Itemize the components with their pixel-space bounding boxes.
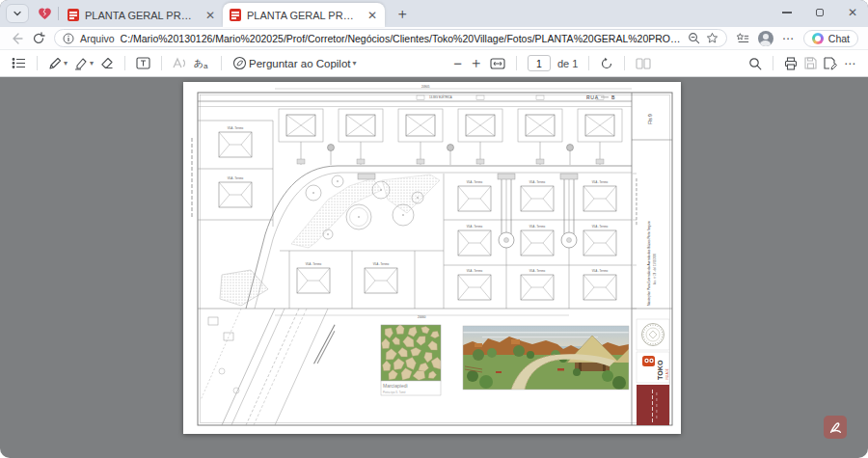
save-button[interactable] [804,54,817,73]
copilot-icon [812,33,824,44]
pdf-file-icon [230,9,241,21]
window-controls: ✕ [781,3,858,22]
rotate-button[interactable] [600,54,613,73]
acrobat-open-button[interactable] [824,416,847,439]
svg-text:VILA - Terreno: VILA - Terreno [467,225,483,229]
new-tab-button[interactable]: ＋ [391,2,414,25]
chevron-down-icon[interactable]: ▾ [90,59,94,67]
acrobat-icon [827,419,843,435]
page-number-input[interactable] [528,55,551,71]
logo-name: TOKO [656,360,665,380]
tab-1[interactable]: PLANTA GERAL PROJETO.pdf ✕ [61,3,223,27]
pdf-content-area[interactable]: 20905 13.8KV ELÉTRICA RUA B VILA - Terre… [0,77,868,458]
dim-bottom: 20060 [418,315,426,319]
svg-text:VILA - Terreno: VILA - Terreno [467,269,483,273]
address-bar: Arquivo C:/Mario%20130126/Mario%202025/P… [0,27,868,50]
tab-search-button[interactable] [6,4,29,23]
page-view-button[interactable] [636,54,651,73]
profile-avatar[interactable] [758,31,773,46]
search-document-button[interactable] [748,54,762,73]
tab-title: PLANTA GERAL PROJETO.pdf [85,10,199,21]
info-icon[interactable] [63,33,74,44]
svg-text:VILA - Terreno: VILA - Terreno [592,180,609,184]
margin-text-2: Acc. nº 28 - del 11/11/2009 [653,254,657,284]
svg-text:VILA - Terreno: VILA - Terreno [228,176,244,180]
render-photo [463,326,629,390]
copilot-chat-button[interactable]: Chat [803,30,858,47]
pdf-toolbar: ▾ ▾ あa Perguntar ao Copilot ▾ − ＋ [0,50,868,77]
tab-close-icon[interactable]: ✕ [366,9,378,22]
tab-strip: PLANTA GERAL PROJETO.pdf ✕ PLANTA GERAL … [0,0,868,27]
svg-text:VILA - Terreno: VILA - Terreno [592,225,609,229]
street-name: RUA [586,94,599,100]
print-button[interactable] [784,54,798,73]
url-field[interactable]: Arquivo C:/Mario%20130126/Mario%202025/P… [54,29,727,47]
site-plan-drawing: 20905 13.8KV ELÉTRICA RUA B VILA - Terre… [183,82,681,434]
chevron-down-icon[interactable]: ▾ [64,59,68,67]
back-icon[interactable] [10,32,23,45]
tab-divider [58,7,59,20]
add-text-button[interactable] [136,54,150,73]
save-as-button[interactable] [824,54,837,73]
title-strip: Fls 9 Masterplan Para Extensão da Avenid… [647,114,657,306]
translate-button[interactable]: あa [194,54,210,73]
red-title-bar [637,385,669,425]
favorites-list-icon[interactable] [736,32,749,45]
table-of-contents-button[interactable] [12,54,26,73]
fit-to-width-button[interactable] [490,54,505,73]
stone-caption-title: Marciapiedi [383,383,408,389]
dim-top: 20905 [421,85,430,89]
chevron-down-icon[interactable]: ▾ [353,59,357,67]
scheme-label: Arquivo [80,33,115,44]
page-total-label: de 1 [557,58,578,69]
street-rua-b: 20905 13.8KV ELÉTRICA RUA B [198,85,632,107]
heart-extension-icon[interactable] [35,3,54,24]
minimize-button[interactable] [781,7,793,18]
restore-button[interactable] [814,7,826,18]
eraser-button[interactable] [100,54,114,73]
zoom-in-button[interactable]: ＋ [469,54,483,73]
browser-window: PLANTA GERAL PROJETO.pdf ✕ PLANTA GERAL … [0,0,868,458]
tab-2-active[interactable]: PLANTA GERAL PROJETO.pdf ✕ [223,3,385,27]
favorite-star-icon[interactable] [706,32,719,44]
refresh-icon[interactable] [32,32,45,45]
logo-subtitle: VILLAGE [665,368,669,380]
more-options-icon[interactable]: ⋯ [844,54,856,73]
url-text: C:/Mario%20130126/Mario%202025/Prof/Corr… [121,33,682,44]
tab-title: PLANTA GERAL PROJETO.pdf [247,10,361,21]
power-line-label: 13.8KV ELÉTRICA [429,94,452,99]
chat-label: Chat [828,33,850,44]
sheet-number: Fls 9 [647,114,653,124]
svg-text:VILA - Terreno: VILA - Terreno [306,262,322,266]
draw-pen-button[interactable]: ▾ [48,54,68,73]
copilot-label: Perguntar ao Copilot [249,58,350,69]
svg-text:VILA - Terreno: VILA - Terreno [373,262,390,266]
tab-close-icon[interactable]: ✕ [204,9,216,22]
stone-caption-sub: Pietra tipo S. Tomé [383,391,406,394]
toko-village-logo: TOKO VILLAGE [637,352,669,383]
street-suffix: B [611,94,615,100]
svg-text:VILA - Terreno: VILA - Terreno [529,225,546,229]
zoom-out-icon[interactable] [688,32,700,44]
svg-text:VILA - Terreno: VILA - Terreno [228,126,244,130]
approval-stamp [637,319,669,350]
svg-text:VILA - Terreno: VILA - Terreno [467,180,483,184]
svg-text:VILA - Terreno: VILA - Terreno [529,269,546,273]
stone-sample-photo: Marciapiedi Pietra tipo S. Tomé [381,324,442,395]
chevron-down-icon [13,9,22,18]
svg-text:a: a [203,62,208,69]
svg-text:VILA - Terreno: VILA - Terreno [529,180,546,184]
ask-copilot-button[interactable]: Perguntar ao Copilot ▾ [232,54,357,73]
settings-more-icon[interactable]: ⋯ [782,32,795,45]
highlighter-button[interactable]: ▾ [74,54,94,73]
zoom-out-button[interactable]: − [453,54,462,73]
svg-text:あ: あ [194,58,203,68]
pdf-page: 20905 13.8KV ELÉTRICA RUA B VILA - Terre… [183,82,681,434]
svg-text:VILA - Terreno: VILA - Terreno [592,269,609,273]
read-aloud-button[interactable] [173,54,187,73]
close-button[interactable]: ✕ [847,7,858,18]
pdf-file-icon [68,9,79,21]
southwest-diagonal-road [201,309,338,425]
margin-text-1: Masterplan Para Extensão da Avenida dos … [647,221,651,306]
